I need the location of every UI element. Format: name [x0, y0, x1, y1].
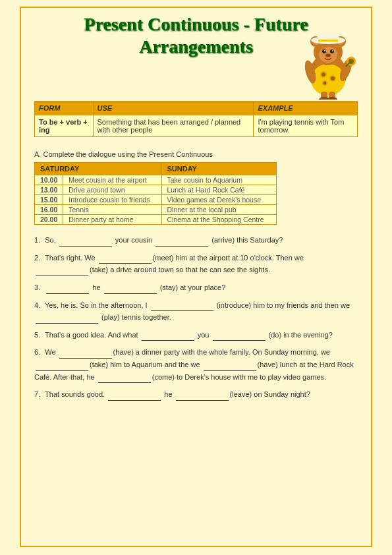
blank-1b — [155, 234, 208, 247]
blank-6c — [204, 359, 256, 371]
svg-point-1 — [311, 64, 345, 96]
sat-cell: Meet cousin at the airport — [63, 175, 161, 185]
blank-4b — [36, 311, 98, 324]
q1-num: 1. — [34, 236, 40, 244]
q6-num: 6. — [34, 348, 40, 356]
blank-5a — [142, 329, 194, 341]
sat-cell: Tennis — [63, 205, 161, 215]
saturday-header: SATURDAY — [35, 163, 162, 175]
blank-2a — [99, 252, 152, 264]
col-use: USE — [93, 102, 254, 115]
svg-point-7 — [323, 82, 327, 85]
question-1: 1. So, your cousin (arrive) this Saturda… — [34, 234, 358, 247]
blank-4a — [151, 299, 213, 312]
schedule-table: SATURDAY SUNDAY 10.00 Meet cousin at the… — [34, 162, 277, 225]
svg-point-30 — [327, 97, 337, 100]
q7-num: 7. — [34, 390, 40, 398]
sat-cell: Drive around town — [63, 185, 161, 195]
time-cell: 16.00 — [35, 205, 63, 215]
sun-cell: Lunch at Hard Rock Café — [161, 185, 277, 195]
svg-point-3 — [322, 73, 325, 76]
bear-illustration — [298, 27, 358, 101]
svg-rect-15 — [318, 40, 338, 42]
time-cell: 20.00 — [35, 215, 63, 225]
schedule-row: 15.00 Introduce cousin to friends Video … — [35, 195, 277, 205]
svg-point-18 — [330, 49, 334, 53]
schedule-row: 13.00 Drive around town Lunch at Hard Ro… — [35, 185, 277, 195]
q5-num: 5. — [34, 331, 40, 339]
question-6: 6. We (have) a dinner party with the who… — [34, 346, 358, 383]
example-cell: I'm playing tennis with Tom tomorrow. — [254, 115, 358, 137]
blank-6d — [98, 371, 151, 384]
question-5: 5. That's a good idea. And what you (do)… — [34, 329, 358, 341]
q3-num: 3. — [34, 283, 40, 291]
blank-1a — [59, 234, 112, 247]
sat-cell: Introduce cousin to friends — [63, 195, 161, 205]
question-4: 4. Yes, he is. So in the afternoon, I (i… — [34, 299, 358, 324]
sat-cell: Dinner party at home — [63, 215, 161, 225]
question-2: 2. That's right. We (meet) him at the ai… — [34, 252, 358, 276]
col-example: EXAMPLE — [254, 102, 358, 115]
blank-3b — [104, 281, 157, 294]
svg-point-19 — [324, 50, 325, 51]
sun-cell: Cinema at the Shopping Centre — [161, 215, 277, 225]
blank-7b — [176, 388, 229, 401]
blank-6a — [59, 346, 112, 359]
section-a-label: A. Complete the dialogue using the Prese… — [34, 150, 358, 158]
page-container: Present Continuous - Future Arrangements — [20, 7, 372, 547]
svg-point-5 — [331, 76, 335, 80]
blank-5b — [213, 329, 266, 341]
q2-num: 2. — [34, 254, 40, 262]
svg-point-17 — [322, 49, 326, 53]
time-cell: 15.00 — [35, 195, 63, 205]
question-7: 7. That sounds good. he (leave) on Sunda… — [34, 388, 358, 401]
schedule-row: 10.00 Meet cousin at the airport Take co… — [35, 175, 277, 185]
svg-point-21 — [325, 54, 331, 57]
blank-2b — [36, 264, 88, 276]
use-cell: Something that has been arranged / plann… — [93, 115, 254, 137]
sun-cell: Dinner at the local pub — [161, 205, 277, 215]
form-cell: To be + verb + ing — [35, 115, 94, 137]
time-cell: 10.00 — [35, 175, 63, 185]
schedule-row: 16.00 Tennis Dinner at the local pub — [35, 205, 277, 215]
sun-cell: Video games at Derek's house — [161, 195, 277, 205]
time-cell: 13.00 — [35, 185, 63, 195]
blank-7a — [108, 388, 161, 401]
svg-point-20 — [332, 50, 333, 51]
sun-cell: Take cousin to Aquarium — [161, 175, 277, 185]
blank-3a — [46, 281, 89, 294]
blank-6b — [36, 359, 88, 371]
question-3: 3. he (stay) at your place? — [34, 281, 358, 294]
questions-section: 1. So, your cousin (arrive) this Saturda… — [34, 234, 358, 401]
grammar-table: FORM USE EXAMPLE To be + verb + ing Some… — [34, 101, 358, 137]
col-form: FORM — [35, 102, 94, 115]
q4-num: 4. — [34, 301, 40, 309]
schedule-row: 20.00 Dinner party at home Cinema at the… — [35, 215, 277, 225]
sunday-header: SUNDAY — [161, 163, 277, 175]
